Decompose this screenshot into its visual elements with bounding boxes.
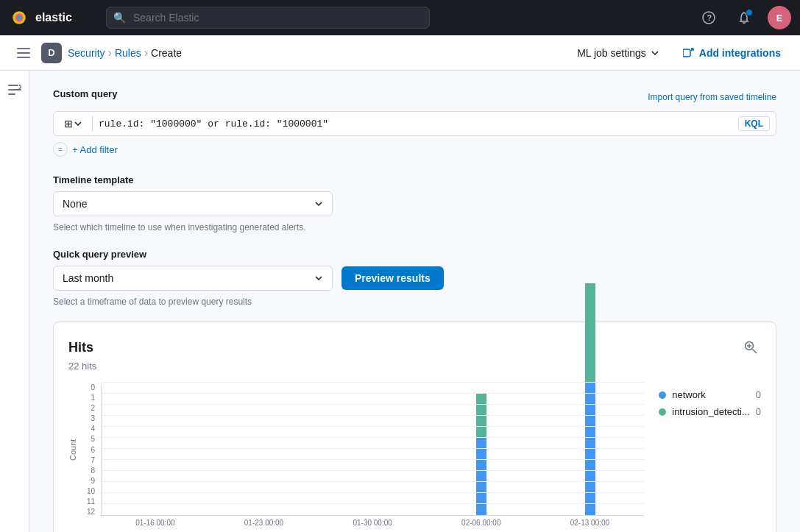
x-label-2: 01-30 00:00 [318, 519, 427, 527]
collapse-panel-icon[interactable] [4, 79, 25, 100]
search-input[interactable] [106, 7, 430, 29]
add-filter-row: = + Add filter [53, 142, 776, 157]
svg-rect-8 [17, 57, 30, 58]
preview-results-btn[interactable]: Preview results [341, 266, 444, 290]
bar-group-1 [210, 383, 318, 515]
grid-line [102, 426, 644, 427]
chart-with-legend: Count 12 11 10 9 8 7 6 5 4 3 2 1 [68, 383, 761, 527]
breadcrumb-sep-2: › [144, 46, 148, 60]
svg-rect-7 [17, 52, 30, 54]
breadcrumb-app-icon: D [41, 43, 62, 63]
chart-inner: 01-16 00:00 01-23 00:00 01-30 00:00 02-0… [101, 383, 644, 527]
search-icon: 🔍 [113, 12, 126, 24]
legend-label-network: network [672, 389, 706, 400]
search-bar[interactable]: 🔍 [106, 7, 430, 29]
ml-job-settings-btn[interactable]: ML job settings [570, 43, 667, 63]
add-filter-btn[interactable]: + Add filter [72, 144, 118, 155]
zoom-in-icon-btn[interactable] [740, 337, 761, 358]
svg-text:?: ? [707, 13, 712, 22]
grid-line [102, 415, 644, 416]
nav-right-controls: ? E [697, 6, 791, 29]
svg-rect-9 [683, 49, 690, 57]
timeline-template-dropdown[interactable]: None [53, 191, 333, 216]
chart-main: Count 12 11 10 9 8 7 6 5 4 3 2 1 [68, 383, 644, 527]
import-query-link[interactable]: Import query from saved timeline [648, 92, 776, 102]
grid-line [102, 404, 644, 405]
bar-group-3 [427, 383, 535, 515]
main-layout: Custom query Import query from saved tim… [0, 71, 800, 532]
grid-line [102, 448, 644, 449]
add-integrations-btn[interactable]: Add integrations [676, 43, 788, 63]
chart-bars [101, 383, 644, 516]
bar-group-4 [536, 383, 644, 515]
bar-network-4 [585, 383, 595, 515]
grid-line [102, 492, 644, 493]
timeline-template-hint: Select which timeline to use when invest… [53, 221, 421, 234]
hits-header: Hits [68, 337, 761, 358]
bar-intrusion-3 [476, 394, 486, 438]
query-input-row: ⊞ rule.id: "1000000" or rule.id: "100000… [53, 111, 776, 136]
hits-count: 22 hits [68, 361, 761, 372]
grid-line [102, 437, 644, 438]
elastic-logo[interactable]: elastic [9, 7, 97, 28]
svg-line-14 [753, 350, 757, 354]
preview-row: Last month Preview results [53, 266, 776, 291]
timeframe-hint: Select a timeframe of data to preview qu… [53, 297, 776, 307]
x-axis-labels: 01-16 00:00 01-23 00:00 01-30 00:00 02-0… [101, 519, 644, 527]
query-type-selector-btn[interactable]: ⊞ [60, 115, 86, 132]
legend-count-intrusion: 0 [756, 406, 761, 417]
x-label-0: 01-16 00:00 [101, 519, 210, 527]
x-label-4: 02-13 00:00 [536, 519, 645, 527]
content-area: Custom query Import query from saved tim… [29, 71, 800, 532]
grid-line [102, 382, 644, 383]
bar-stack-4 [585, 283, 595, 515]
hits-container: Hits 22 hits Count 12 11 10 9 8 [53, 322, 776, 532]
left-panel [0, 71, 29, 532]
timeframe-dropdown[interactable]: Last month [53, 266, 333, 291]
filter-equals-icon: = [53, 142, 68, 157]
bar-group-0 [102, 383, 210, 515]
y-axis-label: Count [68, 383, 77, 516]
quick-query-preview-label: Quick query preview [53, 249, 776, 260]
timeline-template-label: Timeline template [53, 174, 776, 185]
hamburger-menu-btn[interactable] [12, 41, 35, 65]
breadcrumb-right-actions: ML job settings Add integrations [570, 43, 788, 63]
logo-text: elastic [35, 11, 72, 24]
help-icon-btn[interactable]: ? [697, 6, 721, 29]
query-value[interactable]: rule.id: "1000000" or rule.id: "1000001" [99, 118, 735, 130]
legend-dot-intrusion [659, 408, 666, 416]
grid-line [102, 393, 644, 394]
chart-legend: network 0 intrusion_detecti... 0 [659, 383, 761, 417]
legend-dot-network [659, 391, 666, 399]
kql-badge-btn[interactable]: KQL [738, 116, 770, 131]
breadcrumb-rules[interactable]: Rules [115, 47, 141, 59]
query-divider [92, 116, 93, 131]
filter-icon: ⊞ [64, 118, 73, 130]
svg-rect-11 [8, 89, 21, 91]
custom-query-section: Custom query Import query from saved tim… [53, 88, 776, 157]
custom-query-label: Custom query [53, 88, 117, 99]
legend-item-network: network 0 [659, 389, 761, 400]
bar-intrusion-4 [585, 283, 595, 383]
grid-line [102, 470, 644, 471]
notifications-icon-btn[interactable] [732, 6, 756, 29]
y-axis-ticks: 12 11 10 9 8 7 6 5 4 3 2 1 0 [80, 383, 101, 516]
svg-point-3 [17, 15, 21, 19]
quick-query-preview-section: Quick query preview Last month Preview r… [53, 249, 776, 307]
breadcrumb-nav: D Security › Rules › Create ML job setti… [0, 35, 800, 71]
x-label-1: 01-23 00:00 [210, 519, 319, 527]
legend-item-intrusion: intrusion_detecti... 0 [659, 406, 761, 417]
user-avatar[interactable]: E [768, 6, 791, 29]
grid-line [102, 503, 644, 504]
timeline-template-section: Timeline template None Select which time… [53, 174, 776, 234]
bar-group-2 [319, 383, 427, 515]
svg-rect-12 [8, 93, 15, 95]
svg-rect-10 [8, 85, 18, 86]
legend-label-intrusion: intrusion_detecti... [672, 406, 750, 417]
x-label-3: 02-06 00:00 [427, 519, 536, 527]
breadcrumb-security[interactable]: Security [68, 47, 105, 59]
hits-title: Hits [68, 340, 93, 355]
breadcrumb-create: Create [151, 47, 182, 59]
svg-rect-6 [17, 48, 30, 49]
breadcrumb-sep-1: › [108, 46, 112, 60]
